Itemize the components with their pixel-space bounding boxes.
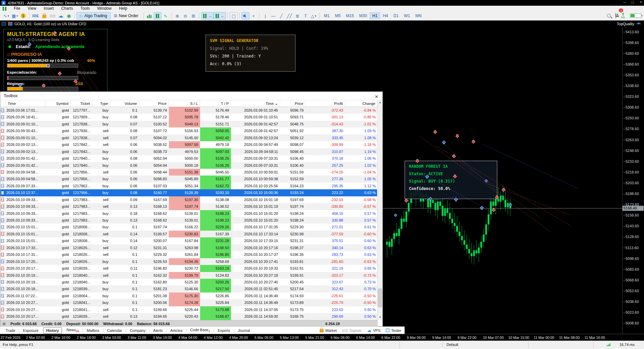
menu-item-window[interactable]: Window <box>94 6 116 11</box>
tab-experts[interactable]: Experts <box>215 327 233 334</box>
restore-button[interactable]: □ <box>632 0 634 4</box>
community-button[interactable]: ◉ <box>65 12 73 20</box>
line-chart-button[interactable]: ∿ <box>162 12 170 20</box>
bottom-button-market[interactable]: Market <box>320 328 337 333</box>
candlestick-chart-button[interactable] <box>153 12 162 20</box>
table-row[interactable]: 2026.03.10 20:19...gold1218040...buy0.15… <box>0 279 378 285</box>
column-header-time[interactable]: Time <box>6 100 45 107</box>
column-header-ticket[interactable]: Ticket <box>71 100 92 107</box>
table-row[interactable]: 2026.03.10 15:01...gold1218008...buy0.15… <box>0 224 378 230</box>
timeframe-w1[interactable]: W1 <box>401 12 413 19</box>
market-watch-icon[interactable] <box>2 22 6 26</box>
account-button[interactable]: 1 <box>615 13 616 18</box>
table-row[interactable]: 2026.03.10 09:33...gold1217983...sell0.0… <box>0 196 378 203</box>
table-row[interactable]: 2026.03.09 04:58...gold1217856...buy0.06… <box>0 176 378 182</box>
table-row[interactable]: 2026.03.10 17:31...gold1218026...sell0.1… <box>0 251 378 258</box>
column-header-t-p[interactable]: T / P <box>200 100 231 107</box>
table-row[interactable]: 2026.03.10 20:18...gold1218039...buy0.15… <box>0 285 378 292</box>
bottom-button-signals[interactable]: ((o))Signals <box>342 328 362 333</box>
scroll-up-icon[interactable]: ▲ <box>377 100 383 105</box>
tab-articles[interactable]: Articles <box>167 327 185 334</box>
table-row[interactable]: 2026.03.10 20:27...gold1218041...sell0.1… <box>0 306 378 313</box>
column-header-profit[interactable]: Profit <box>306 100 345 107</box>
column-header-price[interactable]: Price <box>139 100 169 107</box>
table-row[interactable]: 2026.03.09 01:10...gold1217838...buy0.07… <box>0 121 378 127</box>
table-row[interactable]: 2026.03.09 02:13...gold1217842...sell0.0… <box>0 141 378 148</box>
table-row[interactable]: 2026.03.10 20:17...gold1218039...sell0.1… <box>0 313 378 320</box>
text-tool-button[interactable]: T <box>302 12 310 20</box>
expand-icon[interactable]: ⊕ <box>2 321 6 326</box>
column-header-symbol[interactable]: Symbol <box>45 100 71 107</box>
tile-windows-button[interactable]: ⊞ <box>189 12 197 20</box>
close-button[interactable]: × <box>640 0 642 4</box>
chart-window-icon[interactable] <box>8 22 12 26</box>
zoom-out-button[interactable]: ⊖ <box>181 12 189 20</box>
table-row[interactable]: 2026.03.09 04:58...gold1217856...sell0.0… <box>0 169 378 176</box>
signals-button[interactable]: ((o)) <box>48 12 57 20</box>
channel-button[interactable]: ╱╱ <box>285 12 293 20</box>
menu-item-charts[interactable]: Charts <box>57 6 77 11</box>
level-indicator[interactable]: ⇧ LVL <box>621 12 625 18</box>
indicator-window-button[interactable]: ▢ <box>230 12 238 20</box>
tab-calendar[interactable]: Calendar <box>104 327 125 334</box>
table-row[interactable]: 2026.03.10 15:01...gold1218008...buy0.14… <box>0 237 378 244</box>
table-row[interactable]: 2026.03.10 12:37...gold1217996...buy0.08… <box>0 189 378 196</box>
table-row[interactable]: 2026.03.09 01:10...gold1217838...sell0.0… <box>0 134 378 141</box>
new-order-button[interactable]: ⊞ New Order <box>110 12 142 20</box>
table-row[interactable]: 2026.03.09 01:42...gold1217840...buy0.06… <box>0 162 378 169</box>
algo-trading-button[interactable]: ▷ Algo Trading <box>77 12 110 20</box>
crosshair-button[interactable]: + <box>249 12 258 20</box>
table-row[interactable]: 2026.03.10 09:33...gold1217983...buy0.13… <box>0 217 378 224</box>
price-axis[interactable]: 5413.605398.605383.605368.605353.605338.… <box>622 27 644 334</box>
menu-item-view[interactable]: View <box>24 6 40 11</box>
column-header-type[interactable]: Type <box>92 100 110 107</box>
table-row[interactable]: 2026.03.09 07:33...gold1217862...buy0.06… <box>0 183 378 189</box>
table-row[interactable]: 2026.03.10 09:33...gold1217983...sell0.1… <box>0 203 378 210</box>
trendline-button[interactable]: ╱ <box>277 12 285 20</box>
column-header-price[interactable]: Price <box>280 100 306 107</box>
column-header-change[interactable]: Change <box>345 100 378 107</box>
table-row[interactable]: 2026.03.10 20:17...gold1218039...sell0.1… <box>0 265 378 272</box>
bar-chart-button[interactable] <box>145 12 153 20</box>
table-row[interactable]: 2026.03.10 17:33...gold1218026...sell0.1… <box>0 244 378 251</box>
table-row[interactable]: 2026.03.06 17:01...gold1217797...buy0.15… <box>0 107 378 114</box>
timeframe-mn[interactable]: MN <box>413 12 424 19</box>
market-button[interactable] <box>40 12 48 20</box>
menu-item-tools[interactable]: Tools <box>77 6 94 11</box>
tab-code-base[interactable]: Code Base3 <box>187 327 213 334</box>
table-row[interactable]: 2026.03.10 17:20...gold1218026...buy0.15… <box>0 258 378 265</box>
table-row[interactable]: 2026.03.10 20:27...gold1218041...buy0.15… <box>0 299 378 306</box>
tab-history[interactable]: History <box>43 327 62 334</box>
ide-button[interactable]: IDE <box>31 12 40 20</box>
indicator-list-button[interactable]: ▦▾ <box>10 12 19 20</box>
table-row[interactable]: 2026.03.09 00:43...gold1217836...sell0.0… <box>0 127 378 134</box>
vertical-line-button[interactable]: | <box>261 12 269 20</box>
timeframe-m30[interactable]: M30 <box>357 12 370 19</box>
table-row[interactable]: 2026.03.09 01:42...gold1217840...buy0.08… <box>0 155 378 162</box>
search-icon[interactable] <box>607 14 611 17</box>
table-row[interactable]: 2026.03.09 02:13...gold1217842...buy0.06… <box>0 148 378 155</box>
auto-scroll-button[interactable]: → <box>201 12 214 20</box>
column-header-volume[interactable]: Volume <box>110 100 139 107</box>
zoom-in-button[interactable]: ⊕ <box>173 12 181 20</box>
tab-company[interactable]: Company <box>127 327 148 334</box>
bottom-button-vps[interactable]: ☁VPS <box>367 328 380 333</box>
table-row[interactable]: 2026.03.10 15:01...gold1218008...sell0.1… <box>0 231 378 237</box>
tab-alerts[interactable]: Alerts <box>150 327 166 334</box>
timeframe-h1[interactable]: H1 <box>370 12 380 19</box>
tab-journal[interactable]: Journal <box>235 327 253 334</box>
horizontal-line-button[interactable]: — <box>269 12 277 20</box>
table-row[interactable]: 2026.03.06 18:41...gold1217809...buy0.08… <box>0 114 378 120</box>
timeframe-d1[interactable]: D1 <box>391 12 401 19</box>
tab-trade[interactable]: Trade <box>3 327 18 334</box>
timeframe-m15[interactable]: M15 <box>343 12 356 19</box>
chart-line-style-button[interactable]: ∿▾ <box>2 12 10 20</box>
scrollbar-thumb[interactable] <box>378 288 382 308</box>
cursor-button[interactable] <box>241 12 249 20</box>
quotes-button[interactable]: $ <box>19 12 27 20</box>
bottom-button-tester[interactable]: Tester <box>386 328 401 333</box>
table-row[interactable]: 2026.03.11 07:22...gold1218064...buy0.15… <box>0 293 378 299</box>
vps-cloud-button[interactable]: ☁ <box>57 12 65 20</box>
column-header-s-l[interactable]: S / L <box>169 100 200 107</box>
tab-mailbox[interactable]: Mailbox <box>84 327 102 334</box>
